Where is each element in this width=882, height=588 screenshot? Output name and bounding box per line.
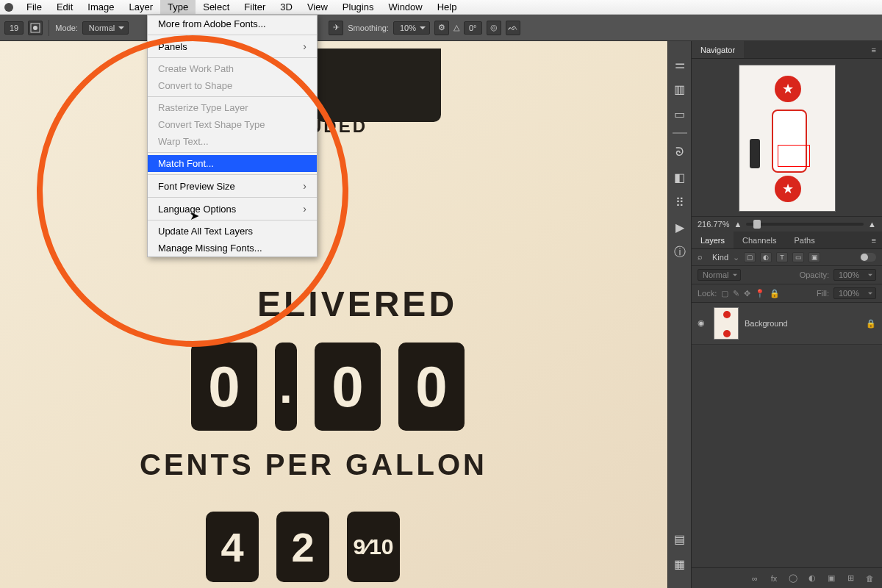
filter-kind-label[interactable]: Kind [712, 253, 728, 262]
panel-menu-icon[interactable]: ≡ [866, 236, 882, 245]
thumb-star-icon: ★ [775, 176, 801, 202]
smoothing-label: Smoothing: [348, 24, 389, 32]
zoom-value[interactable]: 216.77% [698, 220, 729, 229]
menu-item-match-font[interactable]: Match Font... [148, 155, 317, 172]
symmetry-target-icon[interactable]: ◎ [487, 21, 501, 35]
menu-filter[interactable]: Filter [237, 0, 273, 14]
mode-label: Mode: [55, 24, 78, 32]
layer-name[interactable]: Background [745, 319, 788, 328]
layer-mask-icon[interactable]: ◯ [788, 573, 798, 583]
new-layer-icon[interactable]: ⊞ [845, 573, 856, 583]
lock-pixels-icon[interactable]: ▢ [721, 289, 728, 298]
filter-toggle[interactable] [860, 253, 876, 262]
menu-item-language-options[interactable]: Language Options [148, 200, 317, 218]
airbrush-icon[interactable]: ✈ [329, 21, 343, 35]
document-canvas[interactable]: UDED ELIVERED 0 . 0 0 CENTS PER GALLON 4… [0, 41, 667, 588]
fill-label: Fill: [817, 289, 829, 298]
opacity-label: Opacity: [800, 270, 829, 279]
lock-icon[interactable]: 🔒 [866, 319, 876, 329]
delete-layer-icon[interactable]: 🗑 [864, 574, 875, 583]
play-icon[interactable]: ▶ [673, 220, 686, 234]
type-menu-dropdown: More from Adobe Fonts...PanelsCreate Wor… [147, 15, 318, 257]
tab-navigator[interactable]: Navigator [692, 41, 744, 58]
sliders-icon[interactable]: ⚌ [673, 57, 686, 71]
filter-adjust-icon[interactable]: ◐ [760, 252, 772, 262]
blend-mode-select[interactable]: Normal [698, 269, 741, 281]
lock-move-icon[interactable]: ✥ [744, 289, 750, 298]
lock-all-icon[interactable]: 🔒 [770, 289, 780, 298]
tab-channels[interactable]: Channels [734, 232, 785, 248]
menu-item-manage-missing-fonts[interactable]: Manage Missing Fonts... [148, 240, 317, 257]
navigator-viewport-box[interactable] [778, 145, 810, 167]
blend-mode-select[interactable]: Normal [82, 21, 129, 35]
symmetry-butterfly-icon[interactable]: ᨒ [506, 21, 520, 35]
menu-type[interactable]: Type [160, 0, 196, 14]
search-icon[interactable]: ⌕ [698, 252, 708, 262]
layer-thumbnail[interactable] [714, 307, 739, 340]
digit: 0 [398, 343, 465, 431]
zoom-slider-knob[interactable] [753, 220, 761, 229]
layer-fx-icon[interactable]: fx [769, 574, 779, 583]
zoom-out-icon[interactable]: ▲ [734, 220, 742, 229]
menu-help[interactable]: Help [430, 0, 465, 14]
tab-paths[interactable]: Paths [786, 232, 824, 248]
lock-artboard-icon[interactable]: 📍 [755, 289, 765, 298]
link-layers-icon[interactable]: ∞ [750, 574, 760, 583]
layers-list: ◉ Background 🔒 [692, 303, 882, 567]
canvas-area[interactable]: UDED ELIVERED 0 . 0 0 CENTS PER GALLON 4… [0, 41, 667, 588]
menu-item-convert-text-shape-type: Convert Text Shape Type [148, 116, 317, 133]
library2-icon[interactable]: ▦ [673, 557, 686, 570]
menu-item-update-all-text-layers[interactable]: Update All Text Layers [148, 223, 317, 240]
brush-preset-icon[interactable] [28, 21, 43, 35]
zoom-in-icon[interactable]: ▲ [868, 220, 876, 229]
layer-row[interactable]: ◉ Background 🔒 [692, 303, 882, 345]
menu-view[interactable]: View [300, 0, 335, 14]
panel-menu-icon[interactable]: ≡ [866, 46, 882, 54]
menubar: File Edit Image Layer Type Select Filter… [0, 0, 882, 15]
digit: 0 [191, 343, 257, 431]
clone-icon[interactable]: ◧ [673, 171, 686, 184]
layer-blend-row: Normal Opacity: 100% [692, 266, 882, 284]
menu-image[interactable]: Image [80, 0, 121, 14]
opacity-field[interactable]: 100% [833, 269, 876, 281]
filter-type-icon[interactable]: T [776, 252, 788, 262]
adjustment-layer-icon[interactable]: ◐ [807, 573, 817, 583]
menu-file[interactable]: File [19, 0, 49, 14]
library-icon[interactable]: ▤ [673, 532, 686, 545]
filter-shape-icon[interactable]: ▭ [792, 252, 804, 262]
filter-smart-icon[interactable]: ▣ [808, 252, 820, 262]
zoom-slider[interactable] [746, 223, 864, 226]
menu-select[interactable]: Select [196, 0, 237, 14]
layer-group-icon[interactable]: ▣ [826, 573, 836, 583]
menu-item-panels[interactable]: Panels [148, 37, 317, 55]
menu-3d[interactable]: 3D [273, 0, 300, 14]
lock-label: Lock: [698, 289, 717, 298]
swatches-icon[interactable]: ⠿ [673, 196, 686, 209]
layers-tabbar: Layers Channels Paths ≡ [692, 232, 882, 249]
gear-icon[interactable]: ⚙ [434, 21, 449, 35]
menu-window[interactable]: Window [381, 0, 429, 14]
menu-item-rasterize-type-layer: Rasterize Type Layer [148, 99, 317, 116]
menu-plugins[interactable]: Plugins [335, 0, 381, 14]
menu-item-font-preview-size[interactable]: Font Preview Size [148, 177, 317, 195]
menu-edit[interactable]: Edit [49, 0, 80, 14]
menu-layer[interactable]: Layer [122, 0, 161, 14]
svg-point-1 [33, 26, 37, 30]
fill-field[interactable]: 100% [833, 287, 876, 299]
collapsed-panel-dock: ⚌ ▥ ▭ ᘐ ◧ ⠿ ▶ ⓘ ▤ ▦ [667, 41, 691, 588]
layer-filter-row: ⌕ Kind ⌄ ▢ ◐ T ▭ ▣ [692, 249, 882, 266]
brush-size-field[interactable]: 19 [4, 21, 24, 35]
info-icon[interactable]: ⓘ [673, 245, 686, 259]
histogram-icon[interactable]: ▥ [673, 82, 686, 96]
smoothing-field[interactable]: 10% [393, 21, 430, 35]
visibility-eye-icon[interactable]: ◉ [698, 318, 708, 329]
menu-item-more-from-adobe-fonts[interactable]: More from Adobe Fonts... [148, 15, 317, 32]
angle-field[interactable]: 0° [464, 21, 482, 35]
brush-icon[interactable]: ᘐ [673, 146, 686, 159]
ruler-icon[interactable]: ▭ [673, 107, 686, 121]
menu-item-create-work-path: Create Work Path [148, 60, 317, 77]
filter-image-icon[interactable]: ▢ [744, 252, 756, 262]
tab-layers[interactable]: Layers [692, 232, 734, 248]
lock-paint-icon[interactable]: ✎ [733, 289, 739, 298]
navigator-thumbnail[interactable]: ★ ★ [739, 65, 836, 212]
